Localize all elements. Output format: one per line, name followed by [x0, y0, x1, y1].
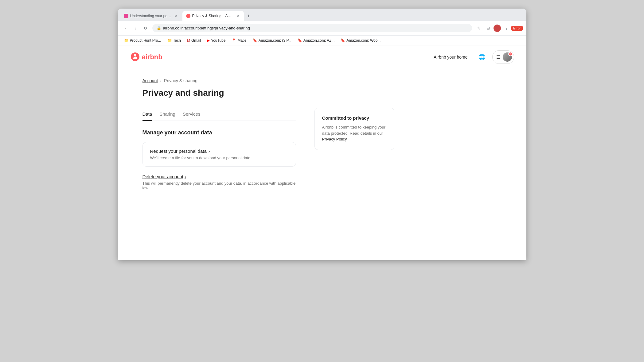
bookmark-label-8: Amazon.com: Woo... [346, 38, 381, 43]
privacy-text-after: . [346, 137, 348, 141]
main-content: Account › Privacy & sharing Privacy and … [130, 69, 407, 199]
error-badge: Error [511, 26, 522, 31]
lock-icon: 🔒 [157, 26, 161, 30]
breadcrumb-current: Privacy & sharing [164, 78, 197, 83]
back-button[interactable]: ‹ [122, 24, 130, 33]
bookmark-folder-icon: 📁 [124, 38, 129, 43]
main-wrapper: Account › Privacy & sharing Privacy and … [118, 69, 526, 199]
breadcrumb-separator: › [160, 79, 162, 83]
bookmark-maps[interactable]: 📍 Maps [229, 37, 249, 44]
tabs: Data Sharing Services [142, 108, 296, 121]
menu-icon[interactable]: ⋮ [502, 24, 511, 33]
bookmark-amazon1[interactable]: 🔖 Amazon.com: (3 P... [250, 37, 294, 44]
bookmark-tech[interactable]: 📁 Tech [165, 37, 183, 44]
forward-button[interactable]: › [131, 24, 140, 33]
page-content: airbnb Airbnb your home 🌐 ☰ 2 [118, 45, 526, 260]
bookmark-label-7: Amazon.com: AZ... [303, 38, 334, 43]
youtube-icon: ▶ [207, 38, 210, 43]
bookmark-youtube[interactable]: ▶ YouTube [205, 37, 228, 44]
notification-badge: 2 [508, 52, 513, 56]
chevron-right-icon: › [209, 149, 210, 154]
bookmark-folder-icon-2: 📁 [167, 38, 172, 43]
manage-section-title: Manage your account data [142, 129, 296, 136]
bookmark-label-5: Maps [237, 38, 246, 43]
tab-favicon-1 [124, 14, 128, 18]
card-title: Request your personal data [150, 148, 207, 154]
card-header: Request your personal data › [150, 148, 288, 154]
tab-close-1[interactable]: ✕ [173, 13, 178, 18]
delete-chevron-icon: › [185, 174, 186, 179]
new-tab-button[interactable]: + [244, 12, 253, 20]
bookmark-label-4: YouTube [211, 38, 225, 43]
delete-description: This will permanently delete your accoun… [142, 181, 296, 190]
delete-section: Delete your account › This will permanen… [142, 174, 296, 190]
bookmark-icon-1: 🔖 [253, 38, 257, 43]
bookmark-amazon2[interactable]: 🔖 Amazon.com: AZ... [295, 37, 337, 44]
airbnb-header: airbnb Airbnb your home 🌐 ☰ 2 [118, 45, 526, 69]
bookmark-label-6: Amazon.com: (3 P... [259, 38, 291, 43]
tab-sharing[interactable]: Sharing [159, 108, 175, 121]
star-icon[interactable]: ☆ [474, 24, 483, 33]
breadcrumb: Account › Privacy & sharing [142, 78, 394, 83]
delete-link-text: Delete your account [142, 174, 183, 179]
bookmark-label-2: Tech [173, 38, 181, 43]
browser-window: Understanding your persona... ✕ Privacy … [118, 9, 526, 260]
bookmarks-bar: 📁 Product Hunt Pro... 📁 Tech M Gmail ▶ Y… [118, 36, 526, 45]
tab-bar: Understanding your persona... ✕ Privacy … [118, 9, 526, 21]
card-description: We'll create a file for you to download … [150, 156, 288, 160]
content-main: Data Sharing Services Manage your accoun… [142, 108, 296, 190]
request-data-card[interactable]: Request your personal data › We'll creat… [142, 142, 296, 167]
host-button[interactable]: Airbnb your home [430, 52, 471, 62]
hamburger-icon: ☰ [496, 55, 500, 60]
user-menu[interactable]: ☰ 2 [492, 50, 514, 64]
bookmark-icon-3: 🔖 [341, 38, 345, 43]
bookmark-label-3: Gmail [191, 38, 201, 43]
browser-tab-1[interactable]: Understanding your persona... ✕ [120, 11, 182, 21]
tab-close-2[interactable]: ✕ [235, 13, 240, 18]
gmail-icon: M [187, 38, 190, 43]
bookmark-gmail[interactable]: M Gmail [185, 37, 203, 44]
tab-data[interactable]: Data [142, 108, 152, 121]
bookmark-icon-2: 🔖 [298, 38, 302, 43]
tab-title-1: Understanding your persona... [130, 14, 171, 18]
privacy-sidebar-card: Committed to privacy Airbnb is committed… [314, 108, 394, 150]
privacy-card-title: Committed to privacy [322, 115, 387, 121]
header-right: Airbnb your home 🌐 ☰ 2 [430, 50, 514, 64]
content-layout: Data Sharing Services Manage your accoun… [142, 108, 394, 190]
breadcrumb-parent[interactable]: Account [142, 78, 158, 83]
maps-icon: 📍 [232, 38, 236, 43]
url-text: airbnb.co.in/account-settings/privacy-an… [163, 26, 250, 30]
privacy-policy-link[interactable]: Privacy Policy [322, 137, 347, 141]
delete-account-link[interactable]: Delete your account › [142, 174, 296, 179]
url-bar[interactable]: 🔒 airbnb.co.in/account-settings/privacy-… [152, 24, 472, 32]
tab-favicon-2 [186, 14, 190, 18]
bookmark-label: Product Hunt Pro... [130, 38, 161, 43]
tab-services[interactable]: Services [183, 108, 201, 121]
logo-text: airbnb [142, 53, 162, 61]
page-title: Privacy and sharing [142, 88, 394, 98]
globe-button[interactable]: 🌐 [476, 52, 487, 63]
privacy-card-text: Airbnb is committed to keeping your data… [322, 124, 387, 142]
address-bar: ‹ › ↺ 🔒 airbnb.co.in/account-settings/pr… [118, 21, 526, 36]
tab-title-2: Privacy & Sharing – Account... [192, 14, 233, 18]
profile-icon[interactable] [493, 24, 502, 33]
privacy-text-before: Airbnb is committed to keeping your data… [322, 125, 386, 136]
reload-button[interactable]: ↺ [141, 24, 150, 33]
extensions-icon[interactable]: ⊞ [484, 24, 492, 33]
toolbar-icons: ☆ ⊞ ⋮ Error [474, 24, 522, 33]
browser-tab-2[interactable]: Privacy & Sharing – Account... ✕ [182, 11, 244, 21]
airbnb-logo[interactable]: airbnb [130, 52, 162, 62]
bookmark-product-hunt[interactable]: 📁 Product Hunt Pro... [122, 37, 164, 44]
nav-buttons: ‹ › ↺ [122, 24, 150, 33]
avatar-container: 2 [503, 52, 512, 62]
bookmark-amazon3[interactable]: 🔖 Amazon.com: Woo... [338, 37, 383, 44]
airbnb-logo-svg [130, 52, 140, 62]
